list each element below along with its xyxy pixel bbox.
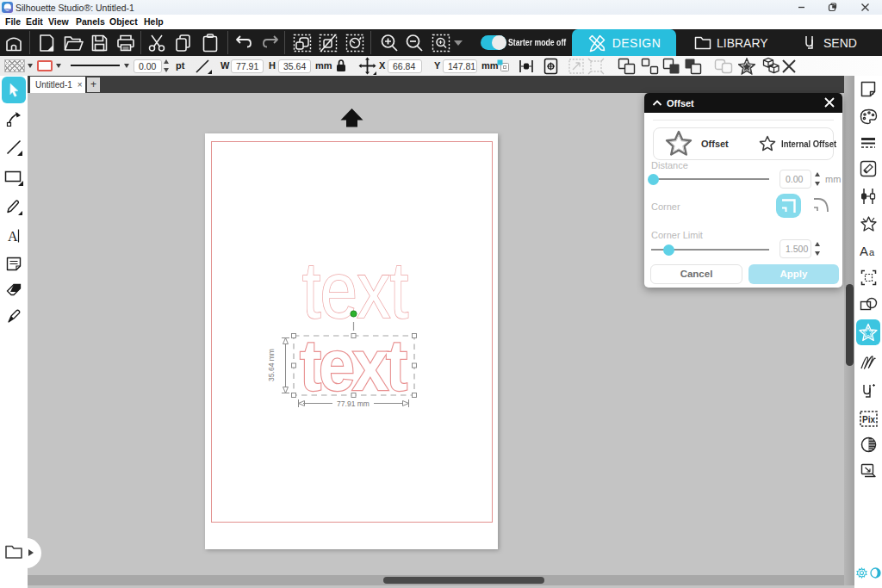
corner-limit-spinner[interactable] [815, 239, 822, 258]
zoom-in-button[interactable] [378, 29, 400, 56]
line-color-swatch[interactable] [37, 60, 53, 71]
line-color-dropdown-arrow[interactable] [56, 64, 61, 68]
horizontal-scrollbar-thumb[interactable] [383, 577, 544, 584]
move-tool[interactable] [357, 56, 377, 76]
new-document-button[interactable] [35, 29, 57, 56]
group-tool[interactable] [617, 56, 637, 76]
selection-panel-button[interactable] [856, 265, 880, 289]
zoom-selection-button[interactable] [430, 29, 451, 56]
theme-icon[interactable] [870, 567, 881, 579]
select-all-button[interactable] [291, 29, 313, 56]
point-edit-tool[interactable] [2, 107, 26, 131]
corner-limit-slider-knob[interactable] [663, 244, 674, 256]
fill-color-swatch[interactable] [4, 59, 25, 72]
menu-edit[interactable]: Edit [26, 15, 43, 29]
send-backward-tool[interactable] [683, 56, 703, 76]
settings-gear-icon[interactable] [856, 567, 867, 579]
flatten-panel-button[interactable] [856, 458, 880, 482]
fill-dropdown-arrow[interactable] [28, 64, 33, 68]
transform-panel-button[interactable] [856, 184, 880, 208]
simplify-panel-button[interactable] [856, 212, 880, 236]
rectangle-tool[interactable] [2, 165, 26, 189]
starter-mode-toggle[interactable] [481, 35, 506, 50]
tab-library[interactable]: LIBRARY [694, 29, 768, 56]
tab-send[interactable]: SEND [804, 29, 857, 56]
zoom-out-button[interactable] [403, 29, 425, 56]
distance-slider-track[interactable] [651, 178, 769, 180]
lock-aspect-icon[interactable] [333, 56, 349, 76]
apply-button[interactable]: Apply [748, 264, 839, 284]
menu-object[interactable]: Object [109, 15, 138, 29]
x-input[interactable]: 66.84 [388, 59, 422, 73]
distance-input[interactable]: 0.00 [780, 170, 811, 189]
menu-file[interactable]: File [5, 15, 21, 29]
zoom-dropdown-arrow[interactable] [451, 29, 465, 56]
offset-tool[interactable] [736, 56, 757, 76]
pixscan-panel-button[interactable]: Pix [856, 406, 880, 430]
3d-tool[interactable] [760, 56, 781, 76]
redo-button[interactable] [259, 29, 281, 56]
bring-forward-tool[interactable] [662, 56, 681, 76]
document-tab-active[interactable]: Untitled-1 × [30, 77, 85, 93]
page-setup-panel-button[interactable] [856, 77, 880, 101]
paste-button[interactable] [199, 29, 220, 56]
corner-round-button[interactable] [813, 195, 830, 213]
flyout-expand-arrow[interactable] [28, 549, 34, 556]
ungroup-tool[interactable] [640, 56, 660, 76]
line-tool[interactable] [2, 135, 26, 159]
line-style-dropdown-arrow[interactable] [124, 64, 129, 68]
cancel-button[interactable]: Cancel [650, 264, 742, 284]
text-object-original[interactable]: text [302, 246, 409, 334]
center-to-page-tool[interactable] [541, 56, 560, 76]
line-style-sample[interactable] [71, 65, 120, 66]
document-tab-close-icon[interactable]: × [78, 80, 83, 90]
deselect-button[interactable] [317, 29, 339, 56]
note-tool[interactable] [2, 251, 26, 275]
emboss-panel-button[interactable] [856, 380, 880, 404]
library-folder-icon[interactable] [4, 543, 23, 562]
minimize-button[interactable] [788, 0, 814, 15]
line-thickness-spinner[interactable] [164, 56, 171, 76]
menu-panels[interactable]: Panels [76, 15, 105, 29]
anchor-point-selector[interactable] [496, 58, 510, 74]
trace-panel-button[interactable] [856, 432, 880, 456]
select-tool[interactable] [2, 77, 26, 103]
text-tool[interactable]: A [2, 224, 26, 248]
height-input[interactable]: 35.64 [278, 59, 311, 73]
text-style-panel-button[interactable]: A a [856, 238, 880, 263]
knife-tool[interactable] [2, 304, 26, 328]
save-button[interactable] [89, 29, 110, 56]
internal-offset-option[interactable]: Internal Offset [759, 128, 835, 159]
sketch-panel-button[interactable] [856, 157, 880, 181]
open-button[interactable] [62, 29, 84, 56]
line-thickness-input[interactable]: 0.00 [134, 59, 162, 73]
draw-tool[interactable] [2, 195, 26, 219]
copy-button[interactable] [172, 29, 194, 56]
menu-help[interactable]: Help [144, 15, 164, 29]
close-button[interactable] [852, 0, 878, 15]
offset-panel-button[interactable] [856, 319, 880, 345]
line-style-panel-button[interactable] [856, 131, 880, 155]
rotation-handle[interactable] [351, 311, 357, 317]
eraser-tool[interactable] [2, 277, 26, 301]
spacing-tool[interactable] [517, 56, 536, 76]
spinner-down-icon[interactable] [164, 68, 169, 72]
home-button[interactable] [3, 29, 25, 56]
spinner-up-icon[interactable] [164, 59, 169, 64]
width-input[interactable]: 77.91 [231, 59, 264, 73]
y-input[interactable]: 147.81 [443, 59, 477, 73]
cut-button[interactable] [146, 29, 167, 56]
line-effects-panel-button[interactable] [856, 350, 880, 374]
delete-tool[interactable] [780, 56, 798, 76]
spinner-up-icon[interactable] [815, 172, 820, 176]
spinner-down-icon[interactable] [815, 251, 820, 256]
offset-option[interactable]: Offset [654, 128, 743, 159]
line-angle-tool[interactable] [193, 56, 214, 76]
panel-close-icon[interactable] [823, 96, 835, 108]
menu-view[interactable]: View [48, 15, 69, 29]
distance-slider-knob[interactable] [648, 174, 659, 185]
tab-design[interactable]: DESIGN [572, 29, 676, 56]
collapse-chevron-icon[interactable] [652, 100, 662, 107]
distance-spinner[interactable] [815, 170, 822, 189]
undo-button[interactable] [233, 29, 254, 56]
